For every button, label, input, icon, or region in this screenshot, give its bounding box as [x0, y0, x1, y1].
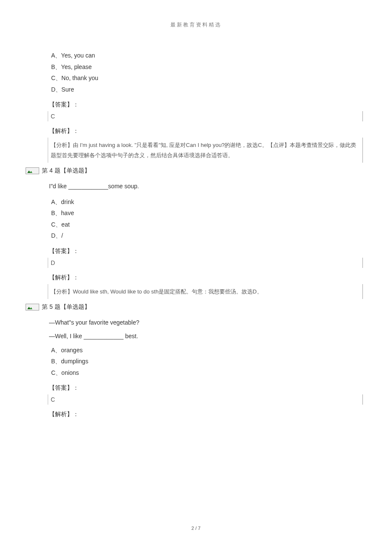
q4-header-row: 第 4 题【单选题】	[26, 167, 366, 175]
q5-answer: C	[48, 394, 363, 405]
q5-analysis-label: 【解析】：	[49, 411, 366, 418]
page-header: 最新教育资料精选	[26, 21, 366, 29]
q4-answer-label: 【答案】：	[49, 247, 366, 255]
page-footer: 2 / 7	[0, 526, 392, 531]
image-placeholder-icon	[26, 304, 39, 311]
q3-options: A、Yes, you can B、Yes, please C、No, thank…	[51, 50, 366, 95]
q4-analysis-label: 【解析】：	[49, 274, 366, 282]
q3-analysis: 【分析】由 I'm just having a look. "只是看看"知, 应…	[48, 138, 363, 163]
q3-option-c: C、No, thank you	[51, 72, 366, 84]
q5-options: A、oranges B、dumplings C、onions	[51, 345, 366, 379]
image-placeholder-icon	[26, 167, 39, 174]
q4-answer: D	[48, 258, 363, 268]
q4-stem: I"d like ____________some soup.	[49, 181, 366, 191]
q5-stem1: —What"s your favorite vegetable?	[49, 318, 366, 327]
q5-answer-label: 【答案】：	[49, 384, 366, 392]
q5-header: 第 5 题【单选题】	[42, 303, 90, 311]
q4-header: 第 4 题【单选题】	[42, 167, 90, 175]
q3-option-d: D、Sure	[51, 84, 366, 95]
q3-analysis-label: 【解析】：	[49, 127, 366, 135]
q4-option-d: D、/	[51, 230, 366, 242]
q4-options: A、drink B、have C、eat D、/	[51, 196, 366, 242]
q3-option-a: A、Yes, you can	[51, 50, 366, 61]
q5-option-c: C、onions	[51, 367, 366, 379]
q5-header-row: 第 5 题【单选题】	[26, 303, 366, 311]
q4-option-b: B、have	[51, 207, 366, 219]
q5-option-a: A、oranges	[51, 345, 366, 356]
q4-option-a: A、drink	[51, 196, 366, 208]
document-page: 最新教育资料精选 A、Yes, you can B、Yes, please C、…	[0, 0, 392, 537]
q4-option-c: C、eat	[51, 219, 366, 230]
q5-option-b: B、dumplings	[51, 356, 366, 367]
q3-answer: C	[48, 111, 363, 121]
q3-option-b: B、Yes, please	[51, 61, 366, 73]
q5-stem2: —Well, I like ____________ best.	[49, 333, 366, 339]
q3-answer-label: 【答案】：	[49, 101, 366, 109]
q4-analysis: 【分析】Would like sth, Would like to do sth…	[48, 284, 363, 299]
